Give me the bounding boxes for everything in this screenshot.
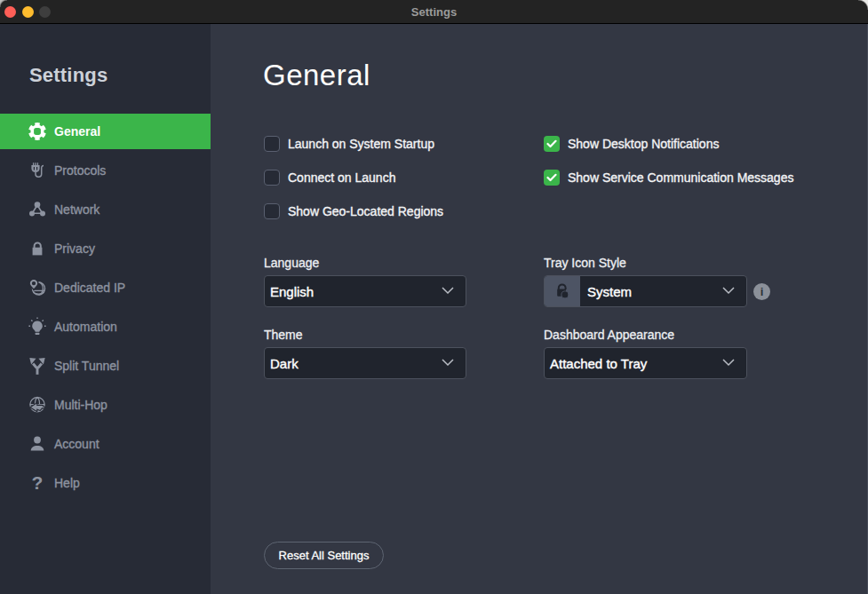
svg-text:?: ? xyxy=(32,473,44,493)
